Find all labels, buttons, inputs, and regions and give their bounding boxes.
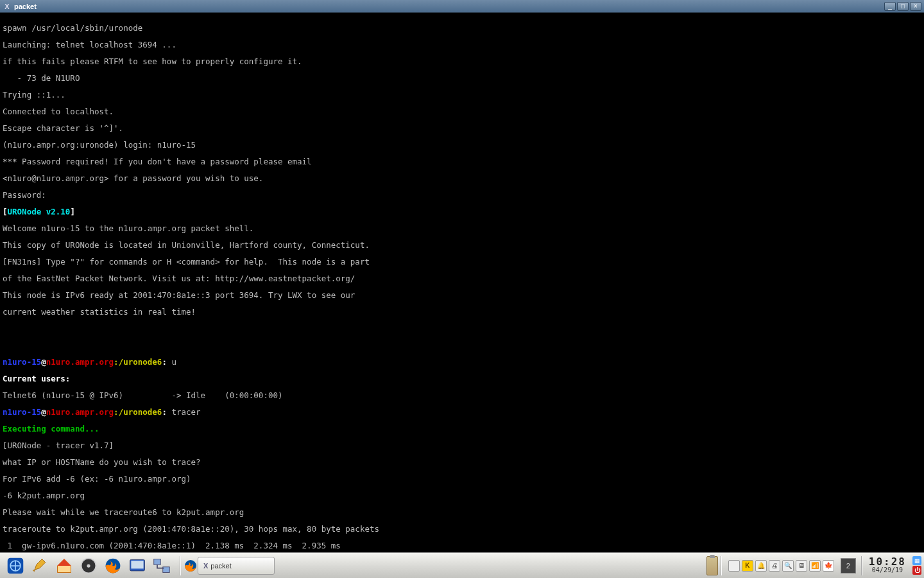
taskbar-end-icons: ▦ ⏻: [910, 556, 924, 575]
workspace-switcher[interactable]: 2: [841, 558, 856, 574]
term-line: Current users:: [3, 374, 921, 383]
term-line: [URONode v2.10]: [3, 207, 921, 216]
taskbar-separator: [861, 556, 862, 575]
term-line: 1 gw-ipv6.n1uro.com (2001:470:8a1e::1) 2…: [3, 541, 921, 550]
term-line: [URONode - tracer v1.7]: [3, 441, 921, 450]
term-line: of the EastNet Packet Network. Visit us …: [3, 274, 921, 283]
prompt-at: @: [41, 357, 46, 367]
svg-rect-7: [154, 559, 161, 565]
term-line: traceroute to k2put.ampr.org (2001:470:8…: [3, 525, 921, 533]
launcher-tray: [0, 556, 177, 576]
prompt-path: /uronode6: [119, 407, 162, 417]
prompt-host: n1uro.ampr.org: [46, 357, 114, 367]
terminal-icon[interactable]: [127, 556, 148, 576]
term-line: Password:: [3, 191, 921, 199]
command-text: tracer: [171, 407, 200, 417]
term-line: *** Password required! If you don't have…: [3, 157, 921, 166]
prompt-at: @: [41, 407, 46, 417]
disc-icon[interactable]: [78, 556, 99, 576]
firefox-icon[interactable]: [103, 556, 123, 576]
taskbar-separator: [721, 556, 722, 575]
taskbar: X packet K 🔔 🖨 🔍 🖥 📶 🍁 2 10:28 04/29/19 …: [0, 552, 924, 578]
term-line: spawn /usr/local/sbin/uronode: [3, 24, 921, 32]
bracket: ]: [70, 207, 75, 216]
prompt-host: n1uro.ampr.org: [46, 407, 114, 417]
term-line-exec: Executing command...: [3, 425, 921, 433]
prompt-line: n1uro-15@n1uro.ampr.org:/uronode6: u: [3, 358, 921, 366]
term-line: Trying ::1...: [3, 91, 921, 99]
printer-icon[interactable]: 🖨: [769, 560, 780, 572]
maximize-button[interactable]: □: [897, 2, 909, 11]
term-line: Escape character is '^]'.: [3, 124, 921, 132]
clipboard-icon[interactable]: [706, 556, 718, 575]
term-line: -6 k2put.ampr.org: [3, 491, 921, 500]
clock-date: 04/29/19: [872, 566, 903, 574]
command-text: u: [171, 357, 176, 367]
term-line: (n1uro.ampr.org:uronode) login: n1uro-15: [3, 141, 921, 149]
svg-rect-6: [131, 561, 143, 568]
svg-point-3: [87, 564, 90, 567]
firefox-icon[interactable]: [184, 556, 198, 576]
taskbar-separator: [180, 556, 181, 575]
prompt-line: n1uro-15@n1uro.ampr.org:/uronode6: trace…: [3, 408, 921, 416]
wifi-icon[interactable]: 📶: [809, 560, 821, 572]
close-button[interactable]: ×: [910, 2, 921, 11]
term-line: [FN31ns] Type "?" for commands or H <com…: [3, 258, 921, 266]
term-line: - 73 de N1URO: [3, 74, 921, 82]
window-app-icon: X: [3, 3, 12, 10]
minimize-button[interactable]: _: [884, 2, 896, 11]
leaf-icon[interactable]: 🍁: [823, 560, 834, 572]
window-app-icon: X: [203, 562, 208, 570]
term-line: what IP or HOSTName do you wish to trace…: [3, 458, 921, 466]
terminal-output[interactable]: spawn /usr/local/sbin/uronode Launching:…: [0, 13, 924, 552]
home-icon[interactable]: [54, 556, 74, 576]
bell-icon[interactable]: 🔔: [755, 560, 767, 572]
prompt-path: /uronode6: [119, 357, 162, 367]
prompt-sep: :: [114, 407, 119, 417]
term-line: Telnet6 (n1uro-15 @ IPv6) -> Idle (0:00:…: [3, 391, 921, 399]
taskbar-clock[interactable]: 10:28 04/29/19: [865, 557, 910, 574]
window-titlebar[interactable]: X packet _ □ ×: [0, 0, 924, 13]
display-icon[interactable]: 🖥: [796, 560, 807, 572]
bracket: [: [3, 207, 8, 216]
prompt-end: :: [162, 407, 171, 417]
node-version: URONode v2.10: [8, 207, 71, 216]
term-line: Connected to localhost.: [3, 107, 921, 116]
taskbar-window-button[interactable]: X packet: [198, 557, 275, 575]
term-line: This node is IPv6 ready at 2001:470:8a1e…: [3, 291, 921, 299]
term-line: For IPv6 add -6 (ex: -6 n1uro.ampr.org): [3, 475, 921, 483]
pencil-icon[interactable]: [30, 556, 50, 576]
show-desktop-icon[interactable]: ▦: [912, 556, 921, 565]
prompt-end: :: [162, 357, 171, 367]
term-line: Please wait while we traceroute6 to k2pu…: [3, 508, 921, 516]
network-icon[interactable]: [151, 556, 172, 576]
keyboard-layout-icon[interactable]: [728, 560, 740, 572]
prompt-user: n1uro-15: [3, 357, 41, 367]
clock-time: 10:28: [869, 557, 906, 566]
term-line: Welcome n1uro-15 to the n1uro.ampr.org p…: [3, 224, 921, 232]
term-line: <n1uro@n1uro.ampr.org> for a password yo…: [3, 174, 921, 182]
term-line: if this fails please RTFM to see how to …: [3, 57, 921, 66]
prompt-user: n1uro-15: [3, 407, 41, 417]
term-line: This copy of URONode is located in Union…: [3, 241, 921, 249]
term-blank: [3, 341, 921, 349]
prompt-sep: :: [114, 357, 119, 367]
magnifier-icon[interactable]: 🔍: [782, 560, 794, 572]
term-line: Launching: telnet localhost 3694 ...: [3, 40, 921, 49]
start-menu-icon[interactable]: [5, 556, 26, 576]
taskbar-window-label: packet: [210, 562, 231, 570]
window-controls: _ □ ×: [884, 2, 921, 11]
logout-icon[interactable]: ⏻: [912, 566, 921, 575]
system-tray: K 🔔 🖨 🔍 🖥 📶 🍁: [724, 560, 838, 572]
term-blank: [3, 324, 921, 333]
term-line: current weather statistics in real time!: [3, 308, 921, 316]
k-icon[interactable]: K: [742, 560, 753, 572]
window-title: packet: [14, 3, 884, 10]
